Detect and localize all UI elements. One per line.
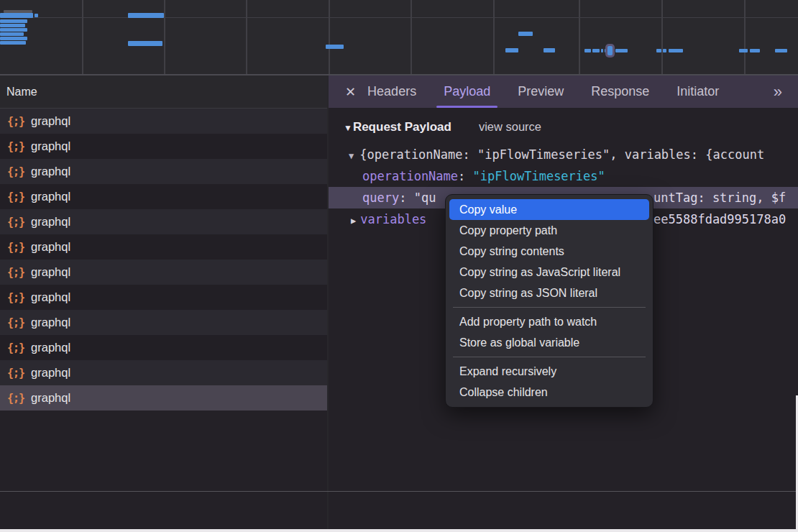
json-string-value-start: "qu xyxy=(414,191,436,205)
menu-item-collapse-children[interactable]: Collapse children xyxy=(449,382,649,403)
more-tabs-icon[interactable]: » xyxy=(774,83,781,101)
timeline-gridline xyxy=(744,0,746,74)
request-row-graphql[interactable]: {;}graphql xyxy=(0,184,327,209)
section-collapse-icon[interactable]: ▼ xyxy=(344,123,352,133)
menu-divider xyxy=(453,307,646,308)
request-name-label: graphql xyxy=(31,391,70,405)
tab-preview[interactable]: Preview xyxy=(518,75,564,108)
network-overview-timeline[interactable] xyxy=(0,0,798,75)
tab-payload[interactable]: Payload xyxy=(444,75,490,108)
request-timing-bar xyxy=(663,49,666,52)
request-timing-bar xyxy=(750,49,760,52)
timeline-gridline xyxy=(579,0,580,74)
json-request-icon: {;} xyxy=(7,140,24,153)
disclosure-collapsed-icon[interactable]: ▶ xyxy=(351,216,356,226)
request-timing-bar xyxy=(605,49,607,52)
menu-item-expand-recursively[interactable]: Expand recursively xyxy=(449,361,649,382)
request-timing-bar xyxy=(505,48,518,52)
request-timing-bar xyxy=(0,37,27,40)
json-request-icon: {;} xyxy=(7,216,24,229)
request-timing-bar xyxy=(775,49,787,52)
request-timing-bar xyxy=(601,49,603,52)
request-timing-bar xyxy=(35,14,38,17)
request-row-graphql[interactable]: {;}graphql xyxy=(0,159,327,184)
json-request-icon: {;} xyxy=(7,241,24,254)
tab-strip: ✕ HeadersPayloadPreviewResponseInitiator… xyxy=(329,75,798,108)
request-name-label: graphql xyxy=(31,341,70,354)
menu-item-copy-property-path[interactable]: Copy property path xyxy=(449,220,649,241)
request-timing-bar xyxy=(0,28,27,32)
request-timing-bar xyxy=(128,13,164,18)
menu-item-copy-string-as-javascript-literal[interactable]: Copy string as JavaScript literal xyxy=(449,262,649,283)
request-timing-bar xyxy=(0,32,24,36)
request-timing-bar xyxy=(0,41,26,45)
request-row-graphql[interactable]: {;}graphql xyxy=(0,109,327,134)
request-timing-bar xyxy=(128,41,162,46)
json-request-icon: {;} xyxy=(7,165,24,178)
menu-item-copy-value[interactable]: Copy value xyxy=(449,199,649,220)
request-list: {;}graphql{;}graphql{;}graphql{;}graphql… xyxy=(0,109,327,411)
request-row-graphql[interactable]: {;}graphql xyxy=(0,335,327,360)
request-row-graphql[interactable]: {;}graphql xyxy=(0,310,327,335)
request-name-label: graphql xyxy=(31,165,70,178)
summary-bar-divider xyxy=(0,491,798,492)
request-name-label: graphql xyxy=(31,290,70,304)
view-source-link[interactable]: view source xyxy=(479,120,541,133)
json-request-icon: {;} xyxy=(7,316,24,329)
request-name-label: graphql xyxy=(31,265,70,279)
request-timing-bar xyxy=(518,32,533,36)
payload-root-node[interactable]: ▼{operationName: "ipFlowTimeseries", var… xyxy=(329,144,798,165)
payload-root-preview: {operationName: "ipFlowTimeseries", vari… xyxy=(359,147,764,162)
request-timing-bar xyxy=(0,13,33,18)
timeline-gridline xyxy=(164,0,165,74)
json-string-value: "ipFlowTimeseries" xyxy=(473,169,605,183)
request-row-graphql[interactable]: {;}graphql xyxy=(0,134,327,159)
key-value-separator: : xyxy=(458,169,472,183)
request-timing-bar xyxy=(584,49,591,52)
request-timing-bar xyxy=(739,49,748,52)
json-request-icon: {;} xyxy=(7,291,24,304)
request-name-label: graphql xyxy=(31,366,70,380)
json-request-icon: {;} xyxy=(7,266,24,279)
request-name-label: graphql xyxy=(31,114,70,128)
timeline-gridline-horizontal xyxy=(0,17,798,18)
request-row-graphql[interactable]: {;}graphql xyxy=(0,285,327,310)
json-key: operationName xyxy=(362,169,458,183)
section-title: Request Payload xyxy=(353,120,451,134)
tab-headers[interactable]: Headers xyxy=(367,75,416,108)
request-timing-bar xyxy=(669,49,683,52)
tab-response[interactable]: Response xyxy=(591,75,649,108)
json-request-icon: {;} xyxy=(7,392,24,405)
request-row-graphql[interactable]: {;}graphql xyxy=(0,209,327,234)
menu-divider xyxy=(453,357,646,357)
json-key: query xyxy=(362,191,399,205)
close-icon[interactable]: ✕ xyxy=(345,84,356,100)
request-row-graphql[interactable]: {;}graphql xyxy=(0,260,327,285)
menu-item-store-as-global-variable[interactable]: Store as global variable xyxy=(449,332,649,353)
request-timing-bar xyxy=(0,19,27,23)
tab-initiator[interactable]: Initiator xyxy=(677,75,719,108)
request-row-graphql[interactable]: {;}graphql xyxy=(0,385,327,411)
timeline-gridline xyxy=(411,0,412,74)
name-column-label: Name xyxy=(6,86,37,98)
json-string-value-fragment: untTag: string, $f xyxy=(653,187,786,208)
request-row-graphql[interactable]: {;}graphql xyxy=(0,234,327,260)
request-timing-bar xyxy=(544,48,555,52)
payload-node-operationname[interactable]: operationName: "ipFlowTimeseries" xyxy=(329,165,798,187)
menu-item-copy-string-contents[interactable]: Copy string contents xyxy=(449,241,649,262)
menu-item-copy-string-as-json-literal[interactable]: Copy string as JSON literal xyxy=(449,283,649,303)
menu-item-add-property-path-to-watch[interactable]: Add property path to watch xyxy=(449,311,649,332)
request-timing-bar xyxy=(615,49,628,52)
request-name-label: graphql xyxy=(31,240,70,254)
json-request-icon: {;} xyxy=(7,341,24,354)
request-row-graphql[interactable]: {;}graphql xyxy=(0,360,327,385)
disclosure-expanded-icon[interactable]: ▼ xyxy=(349,151,354,161)
json-request-icon: {;} xyxy=(7,367,24,380)
json-request-icon: {;} xyxy=(7,115,24,128)
json-request-icon: {;} xyxy=(7,191,24,203)
context-menu: Copy valueCopy property pathCopy string … xyxy=(445,194,653,408)
name-column-header[interactable]: Name xyxy=(0,75,327,109)
timeline-gridline xyxy=(246,0,247,74)
request-payload-section-header[interactable]: ▼Request Payloadview source xyxy=(344,120,798,139)
request-timing-bar xyxy=(656,49,661,52)
